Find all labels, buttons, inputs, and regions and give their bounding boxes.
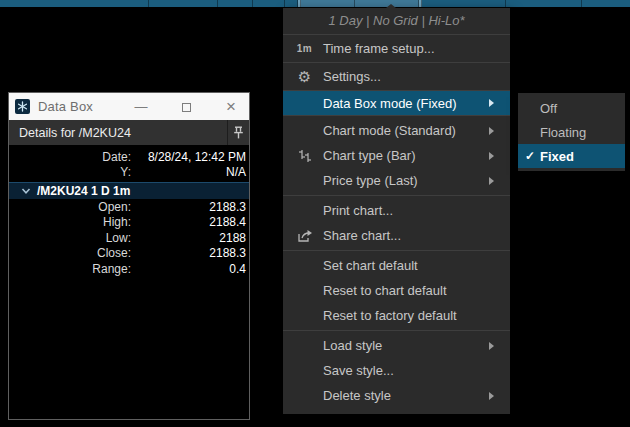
chart-context-menu: 1 Day | No Grid | Hi-Lo* 1m Time frame s… bbox=[283, 8, 510, 414]
toolbar-segment[interactable] bbox=[422, 0, 506, 7]
data-box-body: Date: 8/28/24, 12:42 PM Y: N/A /M2KU24 1… bbox=[9, 145, 249, 419]
data-box-window: Data Box — × Details for /M2KU24 bbox=[8, 92, 250, 420]
menu-item-chart-type[interactable]: Chart type (Bar) bbox=[283, 143, 510, 168]
menu-item-label: Chart mode (Standard) bbox=[323, 123, 456, 138]
submenu-arrow-icon bbox=[489, 177, 494, 185]
menu-group-output: Print chart... Share chart... bbox=[283, 196, 510, 250]
data-row-range: Range: 0.4 bbox=[9, 261, 249, 277]
submenu-item-label: Fixed bbox=[540, 149, 574, 164]
data-box-mode-submenu: Off Floating ✓ Fixed bbox=[518, 93, 625, 171]
toolbar-segment-active[interactable] bbox=[301, 0, 355, 7]
menu-item-share-chart[interactable]: Share chart... bbox=[283, 223, 510, 248]
1m-icon: 1m bbox=[292, 43, 317, 54]
toolbar-segment[interactable] bbox=[253, 0, 285, 7]
submenu-item-floating[interactable]: Floating bbox=[518, 120, 625, 144]
symbol-section-title: /M2KU24 1 D 1m bbox=[37, 184, 130, 198]
data-box-titlebar[interactable]: Data Box — × bbox=[9, 93, 249, 120]
bar-chart-icon bbox=[292, 149, 317, 163]
top-toolbar bbox=[0, 0, 630, 7]
menu-item-load-style[interactable]: Load style bbox=[283, 333, 510, 358]
row-label: Date: bbox=[9, 150, 131, 164]
row-value: 2188.3 bbox=[131, 200, 249, 214]
menu-item-label: Time frame setup... bbox=[323, 41, 435, 56]
menu-item-label: Save style... bbox=[323, 363, 394, 378]
menu-item-label: Chart type (Bar) bbox=[323, 148, 415, 163]
gear-icon: ⚙ bbox=[292, 68, 317, 86]
toolbar-segment[interactable] bbox=[582, 0, 630, 7]
row-value: 2188 bbox=[131, 231, 249, 245]
data-row-close: Close: 2188.3 bbox=[9, 246, 249, 262]
menu-item-price-type[interactable]: Price type (Last) bbox=[283, 168, 510, 193]
menu-item-reset-to-factory-default[interactable]: Reset to factory default bbox=[283, 303, 510, 328]
menu-item-reset-to-chart-default[interactable]: Reset to chart default bbox=[283, 278, 510, 303]
menu-group-defaults: Set chart default Reset to chart default… bbox=[283, 251, 510, 330]
menu-style-summary: 1 Day | No Grid | Hi-Lo* bbox=[283, 8, 510, 34]
submenu-arrow-icon bbox=[489, 342, 494, 350]
window-controls: — × bbox=[133, 93, 239, 120]
menu-item-label: Data Box mode (Fixed) bbox=[323, 96, 457, 111]
submenu-item-label: Floating bbox=[540, 125, 586, 140]
data-row-y: Y: N/A bbox=[9, 165, 249, 181]
menu-item-label: Price type (Last) bbox=[323, 173, 418, 188]
row-value: 2188.3 bbox=[131, 246, 249, 260]
menu-item-print-chart[interactable]: Print chart... bbox=[283, 198, 510, 223]
row-value: N/A bbox=[131, 165, 249, 179]
row-label: Range: bbox=[9, 262, 131, 276]
menu-item-label: Delete style bbox=[323, 388, 391, 403]
submenu-item-off[interactable]: Off bbox=[518, 96, 625, 120]
row-value: 2188.4 bbox=[131, 215, 249, 229]
menu-item-label: Print chart... bbox=[323, 203, 393, 218]
maximize-button[interactable] bbox=[178, 93, 194, 120]
toolbar-segment[interactable] bbox=[218, 0, 253, 7]
menu-item-time-frame-setup[interactable]: 1m Time frame setup... bbox=[283, 35, 510, 62]
menu-item-label: Share chart... bbox=[323, 228, 401, 243]
menu-item-data-box-mode[interactable]: Data Box mode (Fixed) bbox=[283, 91, 510, 115]
submenu-arrow-icon bbox=[489, 392, 494, 400]
menu-item-label: Settings... bbox=[323, 69, 381, 84]
menu-group-styles: Load style Save style... Delete style bbox=[283, 331, 510, 410]
menu-item-label: Load style bbox=[323, 338, 382, 353]
menu-item-save-style[interactable]: Save style... bbox=[283, 358, 510, 383]
row-label: Open: bbox=[9, 200, 131, 214]
chevron-down-icon bbox=[21, 187, 31, 195]
toolbar-segment[interactable] bbox=[0, 0, 149, 7]
symbol-section-header[interactable]: /M2KU24 1 D 1m bbox=[9, 182, 249, 199]
data-row-low: Low: 2188 bbox=[9, 230, 249, 246]
toolbar-segment[interactable] bbox=[149, 0, 218, 7]
window-title: Data Box bbox=[38, 99, 93, 114]
details-header-label: Details for /M2KU24 bbox=[19, 126, 131, 140]
submenu-arrow-icon bbox=[489, 127, 494, 135]
menu-item-label: Reset to factory default bbox=[323, 308, 457, 323]
submenu-arrow-icon bbox=[489, 99, 494, 107]
toolbar-segment[interactable] bbox=[285, 0, 298, 7]
toolbar-segment[interactable] bbox=[506, 0, 582, 7]
submenu-item-fixed[interactable]: ✓ Fixed bbox=[518, 144, 625, 168]
pin-icon bbox=[233, 126, 244, 139]
menu-item-label: Reset to chart default bbox=[323, 283, 447, 298]
menu-group-chart-options: Chart mode (Standard) Chart type (Bar) P… bbox=[283, 116, 510, 195]
maximize-icon bbox=[182, 103, 191, 112]
menu-item-label: Set chart default bbox=[323, 258, 418, 273]
share-icon bbox=[292, 229, 317, 243]
minimize-button[interactable]: — bbox=[133, 93, 149, 120]
row-label: Low: bbox=[9, 231, 131, 245]
row-value: 0.4 bbox=[131, 262, 249, 276]
row-label: Close: bbox=[9, 246, 131, 260]
menu-item-delete-style[interactable]: Delete style bbox=[283, 383, 510, 408]
data-row-date: Date: 8/28/24, 12:42 PM bbox=[9, 149, 249, 165]
menu-item-settings[interactable]: ⚙ Settings... bbox=[283, 63, 510, 90]
close-button[interactable]: × bbox=[223, 93, 239, 120]
data-row-open: Open: 2188.3 bbox=[9, 199, 249, 215]
menu-item-chart-mode[interactable]: Chart mode (Standard) bbox=[283, 118, 510, 143]
row-value: 8/28/24, 12:42 PM bbox=[131, 150, 249, 164]
app-logo-icon bbox=[15, 99, 30, 114]
details-header-bar: Details for /M2KU24 bbox=[9, 120, 249, 145]
pin-button[interactable] bbox=[228, 120, 249, 145]
row-label: High: bbox=[9, 215, 131, 229]
menu-item-set-chart-default[interactable]: Set chart default bbox=[283, 253, 510, 278]
app-screen: Data Box — × Details for /M2KU24 bbox=[0, 0, 630, 427]
row-label: Y: bbox=[9, 165, 131, 179]
submenu-arrow-icon bbox=[489, 152, 494, 160]
check-icon: ✓ bbox=[523, 149, 537, 163]
data-row-high: High: 2188.4 bbox=[9, 215, 249, 231]
